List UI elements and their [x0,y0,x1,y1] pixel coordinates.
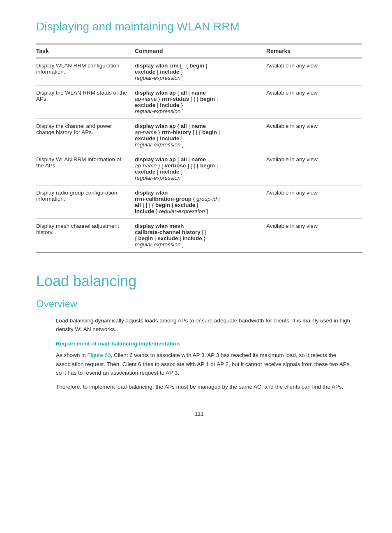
command-cell: display wlan ap { all | nameap-name } [ … [135,152,266,185]
table-row: Display the channel and power change his… [36,118,362,152]
table-row: Display radio group configuration inform… [36,185,362,218]
task-cell: Display WLAN RRM information of the APs. [36,152,135,185]
load-balancing-title: Load balancing [36,272,362,290]
task-cell: Display radio group configuration inform… [36,185,135,218]
paragraph-2: Therefore, to implement load-balancing, … [36,382,362,392]
remarks-cell: Available in any view [266,185,362,218]
figure-60-link[interactable]: Figure 60 [88,352,111,358]
table-row: Display WLAN RRM information of the APs.… [36,152,362,185]
wlan-rrm-table: Task Command Remarks Display WLAN RRM co… [36,44,362,253]
remarks-cell: Available in any view [266,85,362,118]
requirement-subheading: Requirement of load-balancing implementa… [36,341,362,347]
page-number: 111 [36,411,362,417]
command-cell: display wlanrrm-calibration-group { grou… [135,185,266,218]
main-title: Displaying and maintaining WLAN RRM [36,20,362,34]
command-cell: display wlan ap { all | nameap-name } rr… [135,118,266,152]
task-cell: Display WLAN RRM configuration informati… [36,58,135,86]
task-cell: Display the WLAN RRM status of the APs. [36,85,135,118]
remarks-cell: Available in any view [266,152,362,185]
command-cell: display wlan meshcalibrate-channel histo… [135,218,266,252]
remarks-cell: Available in any view [266,218,362,252]
task-cell: Display the channel and power change his… [36,118,135,152]
command-cell: display wlan rrm [ | { begin |exclude | … [135,58,266,86]
remarks-cell: Available in any view [266,58,362,86]
task-cell: Display mesh channel adjustment history. [36,218,135,252]
paragraph-1: As shown in Figure 60, Client 6 wants to… [36,351,362,378]
overview-title: Overview [36,298,362,310]
command-cell: display wlan ap { all | nameap-name } rr… [135,85,266,118]
col-header-remarks: Remarks [266,44,362,58]
table-row: Display mesh channel adjustment history.… [36,218,362,252]
col-header-task: Task [36,44,135,58]
remarks-cell: Available in any view [266,118,362,152]
col-header-command: Command [135,44,266,58]
overview-text: Load balancing dynamically adjusts loads… [36,316,362,334]
table-row: Display the WLAN RRM status of the APs. … [36,85,362,118]
table-row: Display WLAN RRM configuration informati… [36,58,362,86]
